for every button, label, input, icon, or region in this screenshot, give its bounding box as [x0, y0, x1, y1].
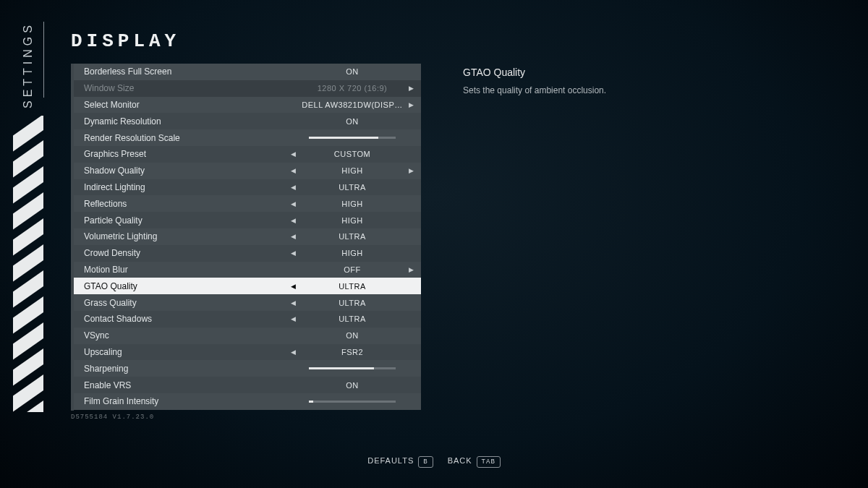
- value-text: 1280 X 720 (16:9): [318, 84, 388, 93]
- setting-row[interactable]: Contact Shadows◀ULTRA: [74, 311, 421, 328]
- setting-label: Reflections: [84, 199, 291, 209]
- arrow-left-icon[interactable]: ◀: [291, 233, 297, 240]
- slider-track[interactable]: [309, 367, 396, 369]
- setting-row[interactable]: Reflections◀HIGH: [74, 195, 421, 212]
- setting-row[interactable]: Shadow Quality◀HIGH▶: [74, 163, 421, 179]
- setting-label: VSync: [84, 330, 291, 341]
- arrow-left-icon[interactable]: ◀: [291, 249, 297, 257]
- setting-row[interactable]: Enable VRSON: [74, 377, 421, 393]
- value-text: ON: [346, 117, 359, 126]
- arrow-left-icon[interactable]: ◀: [291, 150, 297, 158]
- back-hint[interactable]: BACKTAB: [448, 456, 501, 468]
- value-text: HIGH: [341, 200, 363, 208]
- arrow-right-icon[interactable]: ▶: [409, 85, 414, 92]
- value-text: ULTRA: [339, 232, 366, 241]
- setting-row[interactable]: GTAO Quality◀ULTRA: [74, 278, 421, 294]
- setting-row[interactable]: Dynamic ResolutionON: [74, 113, 421, 129]
- arrow-left-icon[interactable]: ◀: [291, 299, 297, 307]
- setting-value[interactable]: ◀ULTRA: [291, 183, 414, 192]
- setting-value[interactable]: ◀HIGH▶: [291, 166, 414, 175]
- slider-track[interactable]: [309, 137, 396, 139]
- description-panel: GTAO Quality Sets the quality of ambient…: [463, 67, 781, 95]
- value-text: OFF: [344, 265, 361, 274]
- defaults-hint[interactable]: DEFAULTSB: [367, 456, 433, 468]
- value-text: ULTRA: [339, 299, 366, 307]
- setting-value[interactable]: ◀ULTRA: [291, 232, 414, 241]
- setting-label: Motion Blur: [84, 265, 291, 275]
- setting-row[interactable]: Crowd Density◀HIGH: [74, 245, 421, 262]
- arrow-left-icon[interactable]: ◀: [291, 184, 297, 191]
- setting-row[interactable]: Graphics Preset◀CUSTOM: [74, 146, 421, 163]
- slider-track[interactable]: [309, 401, 396, 403]
- setting-label: Particle Quality: [84, 215, 291, 226]
- setting-label: Crowd Density: [84, 248, 291, 258]
- value-text: ULTRA: [339, 183, 366, 192]
- setting-value[interactable]: ON: [291, 67, 414, 76]
- setting-label: Shadow Quality: [84, 166, 291, 176]
- description-body: Sets the quality of ambient occlusion.: [463, 85, 781, 95]
- setting-value[interactable]: [291, 367, 414, 369]
- setting-value[interactable]: ◀FSR2: [291, 348, 414, 356]
- setting-value[interactable]: [291, 137, 414, 139]
- page-title: DISPLAY: [71, 30, 180, 52]
- setting-value[interactable]: ◀ULTRA: [291, 282, 414, 291]
- setting-value[interactable]: DELL AW3821DW(DISP…▶: [291, 100, 414, 109]
- setting-label: GTAO Quality: [84, 281, 291, 291]
- setting-label: Grass Quality: [84, 298, 291, 308]
- setting-row[interactable]: Motion BlurOFF▶: [74, 262, 421, 278]
- setting-label: Volumetric Lighting: [84, 231, 291, 241]
- setting-label: Film Grain Intensity: [84, 396, 291, 406]
- setting-row[interactable]: Select MonitorDELL AW3821DW(DISP…▶: [74, 97, 421, 114]
- settings-list[interactable]: Borderless Full ScreenONWindow Size1280 …: [71, 64, 421, 411]
- setting-label: Dynamic Resolution: [84, 116, 291, 127]
- setting-row[interactable]: Volumetric Lighting◀ULTRA: [74, 228, 421, 245]
- slider-fill: [309, 137, 378, 139]
- arrow-left-icon[interactable]: ◀: [291, 217, 297, 224]
- setting-label: Select Monitor: [84, 100, 291, 110]
- setting-row[interactable]: Render Resolution Scale: [74, 129, 421, 146]
- setting-value[interactable]: ◀ULTRA: [291, 314, 414, 323]
- setting-value[interactable]: ON: [291, 381, 414, 390]
- arrow-right-icon[interactable]: ▶: [409, 101, 414, 108]
- setting-value[interactable]: 1280 X 720 (16:9)▶: [291, 84, 414, 93]
- setting-value[interactable]: ◀HIGH: [291, 200, 414, 208]
- build-id: D5755184 V1.7.23.0: [71, 414, 154, 421]
- setting-value[interactable]: OFF▶: [291, 265, 414, 274]
- value-text: HIGH: [341, 166, 363, 175]
- setting-row[interactable]: Upscaling◀FSR2: [74, 344, 421, 361]
- arrow-left-icon[interactable]: ◀: [291, 315, 297, 322]
- setting-value[interactable]: ON: [291, 331, 414, 340]
- arrow-left-icon[interactable]: ◀: [291, 200, 297, 207]
- setting-label: Sharpening: [84, 364, 291, 374]
- value-text: ULTRA: [339, 314, 366, 323]
- arrow-left-icon[interactable]: ◀: [291, 167, 297, 174]
- arrow-left-icon[interactable]: ◀: [291, 348, 297, 356]
- keycap-b: B: [418, 456, 433, 468]
- setting-label: Window Size: [84, 83, 291, 93]
- arrow-right-icon[interactable]: ▶: [409, 167, 414, 174]
- setting-value[interactable]: [291, 401, 414, 403]
- keycap-tab: TAB: [477, 456, 501, 468]
- value-text: HIGH: [341, 216, 363, 225]
- setting-row[interactable]: Sharpening: [74, 360, 421, 377]
- setting-row[interactable]: Particle Quality◀HIGH: [74, 212, 421, 228]
- setting-value[interactable]: ◀HIGH: [291, 249, 414, 257]
- setting-label: Enable VRS: [84, 380, 291, 390]
- setting-value[interactable]: ◀ULTRA: [291, 299, 414, 307]
- setting-label: Render Resolution Scale: [84, 133, 291, 143]
- arrow-right-icon[interactable]: ▶: [409, 266, 414, 273]
- setting-row[interactable]: Window Size1280 X 720 (16:9)▶: [74, 80, 421, 97]
- value-text: ON: [346, 331, 359, 340]
- setting-row[interactable]: Film Grain Intensity: [74, 393, 421, 410]
- setting-value[interactable]: ◀CUSTOM: [291, 150, 414, 158]
- setting-row[interactable]: VSyncON: [74, 328, 421, 344]
- setting-label: Upscaling: [84, 347, 291, 357]
- setting-label: Indirect Lighting: [84, 182, 291, 192]
- setting-row[interactable]: Grass Quality◀ULTRA: [74, 294, 421, 311]
- setting-row[interactable]: Indirect Lighting◀ULTRA: [74, 179, 421, 196]
- arrow-left-icon[interactable]: ◀: [291, 283, 297, 290]
- slider-fill: [309, 367, 374, 369]
- setting-row[interactable]: Borderless Full ScreenON: [74, 64, 421, 80]
- setting-value[interactable]: ON: [291, 117, 414, 126]
- setting-value[interactable]: ◀HIGH: [291, 216, 414, 225]
